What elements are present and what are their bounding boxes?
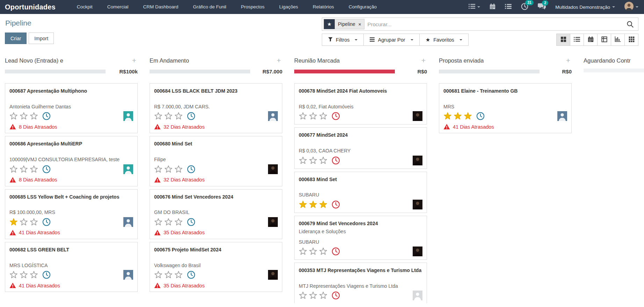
kanban-card[interactable]: 000680 Mind SetFilipe32 Dias Atrasados [150, 136, 282, 186]
activity-clock-icon[interactable] [331, 291, 340, 300]
activity-clock-icon[interactable] [476, 112, 485, 121]
activity-clock-icon[interactable] [42, 270, 51, 279]
activity-clock-icon[interactable] [187, 217, 196, 227]
activity-clock-icon[interactable] [42, 217, 51, 227]
search-facet-pipeline[interactable]: ★ Pipeline × [324, 19, 364, 29]
star-icon[interactable] [309, 200, 317, 209]
column-progressbar[interactable] [584, 69, 644, 72]
star-icon[interactable] [319, 112, 327, 120]
kanban-card[interactable]: 000676 Mind Set Vencedores 2024GM DO BRA… [150, 189, 282, 239]
star-icon[interactable] [299, 200, 307, 209]
star-icon[interactable] [174, 218, 183, 226]
star-icon[interactable] [9, 271, 18, 279]
kanban-card[interactable]: 000678 MindSet 2024 Fiat AutomoveisR$ 0,… [294, 83, 427, 124]
star-icon[interactable] [30, 165, 38, 173]
star-icon[interactable] [299, 247, 307, 256]
view-pivot-button[interactable] [597, 34, 611, 46]
kanban-card[interactable]: 000683 Mind SetSUBARU [294, 172, 427, 213]
activities-systray-button[interactable]: 31 [521, 3, 528, 12]
star-icon[interactable] [164, 271, 173, 279]
filters-button[interactable]: Filtros [322, 34, 364, 46]
star-icon[interactable] [299, 291, 307, 300]
star-icon[interactable] [154, 112, 162, 120]
create-button[interactable]: Criar [5, 33, 27, 44]
star-icon[interactable] [30, 218, 38, 226]
star-icon[interactable] [319, 291, 327, 300]
star-icon[interactable] [20, 218, 28, 226]
kanban-card[interactable]: 000684 LSS BLACK BELT JDM 2023R$ 7.000,0… [150, 83, 282, 133]
star-icon[interactable] [30, 112, 38, 120]
column-progressbar[interactable] [294, 70, 395, 73]
kanban-card[interactable]: 000679 Mind Set Vencedores 2024Liderança… [294, 216, 427, 260]
column-progressbar[interactable] [5, 70, 106, 73]
list-systray-button[interactable] [505, 4, 512, 10]
view-graph-button[interactable] [611, 34, 625, 46]
facet-remove-icon[interactable]: × [359, 22, 361, 27]
star-icon[interactable] [20, 165, 28, 173]
kanban-card[interactable]: 000687 Apresentação MultiphonoAntonieta … [5, 83, 138, 133]
activity-clock-icon[interactable] [42, 165, 51, 174]
star-icon[interactable] [309, 156, 317, 165]
nav-item-grafico-de-funil[interactable]: Gráfico de Funil [186, 0, 233, 14]
calendar-systray-button[interactable] [490, 3, 495, 11]
star-icon[interactable] [309, 112, 317, 120]
star-icon[interactable] [319, 247, 327, 256]
activity-clock-icon[interactable] [187, 112, 196, 121]
star-icon[interactable] [309, 291, 317, 300]
activity-clock-icon[interactable] [331, 200, 340, 209]
column-progressbar[interactable] [439, 70, 540, 73]
add-record-button[interactable]: + [131, 57, 138, 64]
star-icon[interactable] [174, 112, 183, 120]
kanban-card[interactable]: 000682 LSS GREEN BELTMRS LOGÍSTICA41 Dia… [5, 242, 138, 292]
star-icon[interactable] [443, 112, 452, 120]
star-icon[interactable] [9, 218, 18, 226]
kanban-card[interactable]: 000675 Projeto MindSet 2024Volkswagen do… [150, 242, 282, 292]
star-icon[interactable] [174, 271, 183, 279]
star-icon[interactable] [164, 165, 173, 173]
activity-clock-icon[interactable] [331, 112, 340, 121]
view-calendar-button[interactable] [584, 34, 598, 46]
nav-item-cockpit[interactable]: Cockpit [70, 0, 100, 14]
star-icon[interactable] [30, 271, 38, 279]
activity-clock-icon[interactable] [331, 156, 340, 165]
column-progressbar[interactable] [150, 70, 250, 73]
add-record-button[interactable]: + [420, 57, 427, 64]
star-icon[interactable] [299, 112, 307, 120]
user-menu[interactable] [624, 2, 638, 12]
nav-item-configuracao[interactable]: Configuração [341, 0, 384, 14]
star-icon[interactable] [309, 247, 317, 256]
nav-item-crm-dashboard[interactable]: CRM Dashboard [136, 0, 186, 14]
star-icon[interactable] [20, 271, 28, 279]
star-icon[interactable] [319, 200, 327, 209]
tasks-menu-button[interactable] [469, 3, 480, 10]
star-icon[interactable] [464, 112, 472, 120]
activity-clock-icon[interactable] [42, 112, 51, 121]
search-bar[interactable]: ★ Pipeline × [322, 17, 638, 31]
star-icon[interactable] [154, 218, 162, 226]
star-icon[interactable] [319, 156, 327, 165]
view-kanban-button[interactable] [556, 34, 570, 46]
view-activity-button[interactable] [624, 34, 638, 46]
activity-clock-icon[interactable] [187, 270, 196, 279]
add-record-button[interactable]: + [565, 57, 572, 64]
star-icon[interactable] [299, 156, 307, 165]
kanban-card[interactable]: 000677 MindSet 2024R$ 0,03, CAOA CHERY [294, 127, 427, 169]
nav-item-ligacoes[interactable]: Ligações [272, 0, 305, 14]
star-icon[interactable] [164, 112, 173, 120]
nav-item-prospectos[interactable]: Prospectos [233, 0, 272, 14]
group-by-button[interactable]: Agrupar Por [363, 34, 419, 46]
activity-clock-icon[interactable] [187, 165, 196, 174]
star-icon[interactable] [9, 112, 18, 120]
kanban-card[interactable]: 000685 LSS Yellow Belt + Coaching de pro… [5, 189, 138, 239]
star-icon[interactable] [9, 165, 18, 173]
star-icon[interactable] [154, 165, 162, 173]
search-input[interactable] [367, 21, 624, 27]
nav-item-comercial[interactable]: Comercial [100, 0, 136, 14]
star-icon[interactable] [164, 218, 173, 226]
kanban-card[interactable]: 000681 Elaine - Treinamento GBMRS41 Dias… [439, 83, 572, 133]
company-switcher[interactable]: Multidados Demonstração [555, 5, 615, 10]
view-list-button[interactable] [570, 34, 584, 46]
nav-item-relatorios[interactable]: Relatórios [305, 0, 341, 14]
activity-clock-icon[interactable] [331, 247, 340, 256]
search-icon[interactable] [627, 21, 634, 28]
